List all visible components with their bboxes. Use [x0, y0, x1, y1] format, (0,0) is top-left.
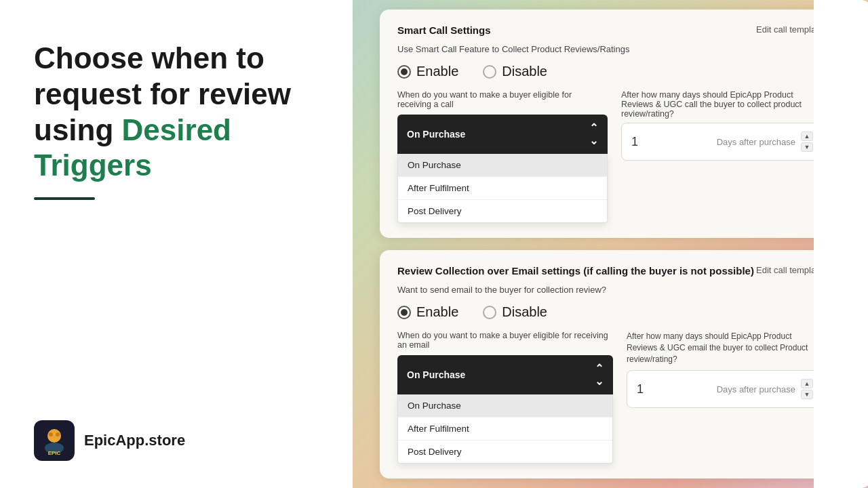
- card2-enable-circle: [397, 306, 411, 319]
- main-title: Choose when to request for review using …: [34, 41, 319, 184]
- card1-enable-label: Enable: [416, 64, 458, 79]
- card2-dropdown-menu: On Purchase After Fulfilment Post Delive…: [397, 394, 613, 464]
- card1-radio-group: Enable Disable: [397, 64, 823, 79]
- card1-stepper-up[interactable]: ▲: [801, 131, 813, 141]
- card2-subtitle: Want to send email to the buyer for coll…: [397, 285, 823, 295]
- card2-enable-radio[interactable]: Enable: [397, 304, 458, 320]
- card1-trigger-section: When do you want to make a buyer eligibl…: [397, 90, 823, 223]
- card1-header: Smart Call Settings Edit call template: [397, 24, 823, 36]
- card1-days-input-wrapper: 1 Days after purchase ▲ ▼: [621, 123, 823, 161]
- left-panel: Choose when to request for review using …: [0, 0, 353, 488]
- card2-dropdown: On Purchase ⌃⌄ On Purchase After Fulfilm…: [397, 355, 613, 464]
- card2-chevron-icon: ⌃⌄: [595, 362, 604, 388]
- card1-enable-radio[interactable]: Enable: [397, 64, 458, 79]
- card1-selected-value: On Purchase: [407, 129, 465, 140]
- card1-trigger-right: When do you want to make a buyer eligibl…: [397, 90, 608, 223]
- card1-option-2[interactable]: After Fulfilment: [398, 177, 607, 200]
- card1-dropdown: On Purchase ⌃⌄ On Purchase After Fulfilm…: [397, 115, 608, 223]
- title-line1: Choose when to: [34, 41, 264, 75]
- card2-trigger-label: When do you want to make a buyer eligibl…: [397, 331, 613, 350]
- card1-stepper: ▲ ▼: [801, 131, 813, 152]
- card2-selected-value: On Purchase: [407, 369, 465, 380]
- card1-days-section: After how many days should EpicApp Produ…: [621, 90, 823, 161]
- card2-stepper: ▲ ▼: [801, 379, 813, 399]
- brand-section: EPIC EpicApp.store: [34, 420, 319, 461]
- card1-days-label: After how many days should EpicApp Produ…: [621, 90, 823, 119]
- card2-option-2[interactable]: After Fulfilment: [398, 418, 612, 441]
- brand-logo-svg: EPIC: [36, 422, 73, 459]
- left-content: Choose when to request for review using …: [34, 41, 319, 200]
- card2-radio-group: Enable Disable: [397, 304, 823, 320]
- card2-option-3[interactable]: Post Delivery: [398, 441, 612, 463]
- card2-days-section: After how many days should EpicApp Produ…: [627, 331, 823, 408]
- card1-stepper-down[interactable]: ▼: [801, 142, 813, 152]
- card2-title: Review Collection over Email settings (i…: [397, 265, 754, 277]
- card-smart-call: Smart Call Settings Edit call template U…: [380, 9, 841, 238]
- brand-name: EpicApp.store: [84, 432, 185, 449]
- card1-option-3[interactable]: Post Delivery: [398, 200, 607, 222]
- card2-disable-circle: [483, 306, 496, 319]
- svg-point-3: [49, 432, 53, 436]
- card1-days-value[interactable]: 1: [631, 135, 717, 149]
- right-panel: Smart Call Settings Edit call template U…: [353, 0, 868, 488]
- card1-disable-radio[interactable]: Disable: [483, 64, 547, 79]
- card2-days-label: After how many days should EpicApp Produ…: [627, 331, 823, 365]
- card2-days-input-wrapper: 1 Days after purchase ▲ ▼: [627, 370, 823, 408]
- title-line3: using: [34, 113, 122, 146]
- card1-subtitle: Use Smart Call Feature to Collect Produc…: [397, 44, 823, 54]
- card2-trigger-left: When do you want to make a buyer eligibl…: [397, 331, 613, 464]
- title-divider: [34, 197, 95, 200]
- card1-dropdown-selected[interactable]: On Purchase ⌃⌄: [397, 115, 608, 154]
- card1-enable-circle: [397, 65, 411, 79]
- card1-disable-circle: [483, 65, 496, 79]
- title-line2: request for review: [34, 77, 291, 110]
- card2-disable-label: Disable: [502, 304, 547, 320]
- card2-header: Review Collection over Email settings (i…: [397, 265, 823, 277]
- card2-trigger-row: When do you want to make a buyer eligibl…: [397, 331, 823, 464]
- svg-point-4: [56, 432, 60, 436]
- card2-stepper-up[interactable]: ▲: [801, 379, 813, 388]
- brand-logo: EPIC: [34, 420, 75, 461]
- card1-disable-label: Disable: [502, 64, 547, 79]
- svg-text:EPIC: EPIC: [48, 450, 61, 456]
- card2-dropdown-selected[interactable]: On Purchase ⌃⌄: [397, 355, 613, 394]
- card2-stepper-down[interactable]: ▼: [801, 390, 813, 399]
- card1-option-1[interactable]: On Purchase: [398, 154, 607, 177]
- card-email: Review Collection over Email settings (i…: [380, 250, 841, 479]
- card2-days-suffix: Days after purchase: [717, 384, 795, 394]
- card2-days-value[interactable]: 1: [637, 382, 717, 396]
- curve-overlay: [814, 0, 868, 488]
- card1-title: Smart Call Settings: [397, 24, 491, 36]
- card1-dropdown-menu: On Purchase After Fulfilment Post Delive…: [397, 154, 608, 223]
- card1-trigger-label: When do you want to make a buyer eligibl…: [397, 90, 608, 109]
- card2-option-1[interactable]: On Purchase: [398, 394, 612, 418]
- card2-enable-label: Enable: [416, 304, 458, 320]
- card1-days-suffix: Days after purchase: [717, 137, 795, 147]
- card1-chevron-icon: ⌃⌄: [589, 121, 598, 147]
- card2-disable-radio[interactable]: Disable: [483, 304, 547, 320]
